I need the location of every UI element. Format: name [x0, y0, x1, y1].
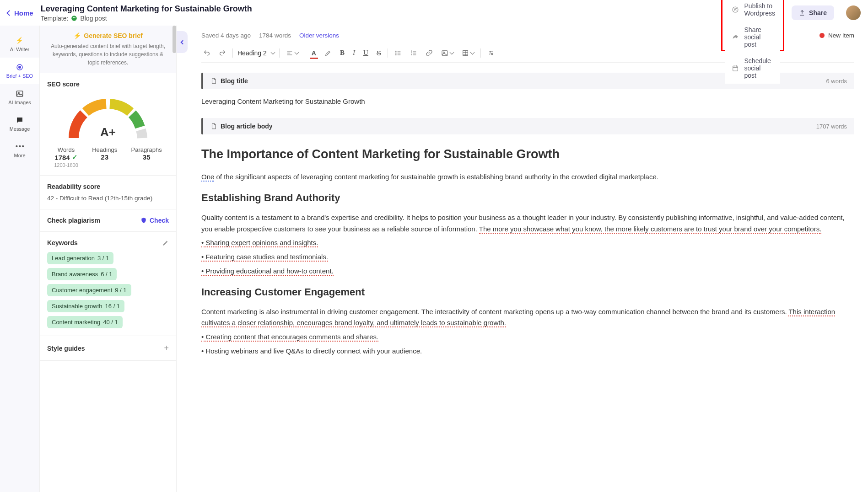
- nav-ai-writer[interactable]: ⚡ AI Writer: [0, 31, 39, 58]
- share-arrow-icon: [732, 33, 739, 41]
- number-list-button[interactable]: 123: [408, 48, 419, 59]
- seo-brief-title: Generate SEO brief: [84, 32, 142, 39]
- word-count: 1784 words: [259, 32, 291, 39]
- red-dot-icon: [819, 33, 825, 38]
- stat-words-label: Words: [54, 146, 78, 153]
- link-button[interactable]: [424, 48, 435, 59]
- nav-message[interactable]: Message: [0, 111, 39, 137]
- keyword-chip[interactable]: Lead generation3 / 1: [47, 252, 113, 264]
- seo-brief-desc: Auto-generated content brief with target…: [47, 42, 169, 67]
- seo-panel: ⚡Generate SEO brief Auto-generated conte…: [39, 26, 177, 492]
- nav-more[interactable]: ••• More: [0, 137, 39, 164]
- article-heading-1: The Importance of Content Marketing for …: [201, 147, 854, 161]
- avatar[interactable]: [846, 5, 861, 20]
- check-icon: ✓: [72, 153, 78, 161]
- keyword-chip[interactable]: Customer engagement9 / 1: [47, 284, 131, 296]
- dropdown-schedule-label: Schedule social post: [744, 57, 774, 79]
- shield-icon: [140, 217, 147, 224]
- publish-highlight-box: Publish Publish to Wordpress Share socia…: [721, 0, 785, 51]
- dropdown-schedule-social[interactable]: Schedule social post: [725, 53, 781, 84]
- new-item-indicator[interactable]: New Item: [819, 32, 854, 39]
- plus-icon[interactable]: +: [164, 343, 169, 353]
- blog-title-label: Blog title: [221, 77, 248, 85]
- keyword-chips: Lead generation3 / 1 Brand awareness6 / …: [47, 252, 169, 328]
- stat-words-val: 1784: [54, 154, 70, 161]
- underline-button[interactable]: U: [361, 47, 370, 59]
- blog-body-label: Blog article body: [221, 123, 273, 130]
- article-heading-2: Increasing Customer Engagement: [201, 286, 854, 298]
- redo-button[interactable]: [217, 48, 228, 59]
- wordpress-icon: [732, 6, 739, 13]
- seo-score-label: SEO score: [47, 80, 169, 88]
- keywords-label: Keywords: [47, 239, 78, 246]
- svg-point-0: [72, 16, 77, 21]
- more-icon: •••: [16, 143, 24, 151]
- home-link[interactable]: Home: [7, 9, 33, 17]
- keyword-chip[interactable]: Brand awareness6 / 1: [47, 268, 117, 280]
- blog-body-editor[interactable]: The Importance of Content Marketing for …: [201, 134, 854, 363]
- image-icon: [16, 90, 24, 98]
- undo-button[interactable]: [201, 48, 212, 59]
- stat-para-label: Paragraphs: [131, 146, 162, 153]
- nav-label-message: Message: [10, 126, 30, 132]
- edit-icon[interactable]: [162, 240, 169, 246]
- readability-label: Readability score: [47, 183, 169, 190]
- lightning-icon: ⚡: [73, 32, 81, 39]
- nav-label-ai-images: AI Images: [8, 100, 31, 105]
- new-item-label: New Item: [828, 32, 854, 39]
- heading-select-label: Heading 2: [237, 49, 267, 57]
- align-button[interactable]: [284, 48, 300, 59]
- svg-rect-2: [733, 66, 738, 71]
- bullet-list-button[interactable]: [393, 48, 404, 59]
- scrollbar[interactable]: [173, 26, 176, 53]
- nav-label-brief-seo: Brief + SEO: [6, 73, 33, 79]
- blog-title-count: 6 words: [826, 78, 847, 85]
- template-icon: [71, 15, 77, 21]
- readability-value: 42 - Difficult to Read (12th-15th grade): [47, 195, 169, 202]
- blog-body-count: 1707 words: [816, 123, 847, 130]
- dropdown-share-social[interactable]: Share social post: [725, 21, 781, 53]
- plagiarism-label: Check plagiarism: [47, 217, 100, 224]
- nav-brief-seo[interactable]: Brief + SEO: [0, 58, 39, 84]
- svg-text:3: 3: [411, 53, 412, 56]
- highlight-button[interactable]: [323, 48, 334, 59]
- svg-point-9: [395, 54, 396, 55]
- check-plagiarism-link[interactable]: Check: [140, 217, 169, 224]
- svg-rect-5: [16, 91, 23, 96]
- bold-button[interactable]: B: [338, 47, 346, 59]
- table-button[interactable]: [460, 48, 476, 59]
- nav-label-more: More: [14, 153, 25, 158]
- nav-ai-images[interactable]: AI Images: [0, 84, 39, 111]
- heading-select[interactable]: Heading 2: [237, 49, 275, 57]
- blog-title-input[interactable]: Leveraging Content Marketing for Sustain…: [201, 89, 854, 108]
- left-nav: ⚡ AI Writer Brief + SEO AI Images Messag…: [0, 26, 39, 492]
- target-icon: [16, 63, 24, 71]
- strikethrough-button[interactable]: S: [375, 47, 383, 59]
- dropdown-publish-wordpress[interactable]: Publish to Wordpress: [725, 0, 781, 21]
- home-label: Home: [14, 9, 33, 17]
- text-color-button[interactable]: A: [310, 48, 318, 59]
- keyword-chip[interactable]: Content marketing40 / 1: [47, 316, 123, 328]
- keyword-chip[interactable]: Sustainable growth16 / 1: [47, 300, 124, 312]
- saved-status: Saved 4 days ago: [201, 32, 251, 39]
- collapse-panel-button[interactable]: [177, 31, 188, 53]
- message-icon: [16, 116, 24, 124]
- stat-headings-label: Headings: [92, 146, 117, 153]
- document-icon: [210, 78, 217, 84]
- check-link-label: Check: [150, 217, 169, 224]
- italic-button[interactable]: I: [351, 47, 357, 59]
- editor: Saved 4 days ago 1784 words Older versio…: [188, 26, 868, 492]
- older-versions-link[interactable]: Older versions: [299, 32, 339, 39]
- clear-format-button[interactable]: [485, 48, 496, 59]
- image-button[interactable]: [439, 48, 455, 59]
- article-heading-2: Establishing Brand Authority: [201, 192, 854, 204]
- seo-grade: A+: [100, 125, 116, 139]
- nav-label-ai-writer: AI Writer: [10, 47, 30, 52]
- lightning-icon: ⚡: [16, 37, 24, 45]
- upload-icon: [799, 10, 805, 16]
- seo-brief-header[interactable]: ⚡Generate SEO brief Auto-generated conte…: [40, 26, 176, 73]
- blog-body-block-header: Blog article body 1707 words: [201, 118, 854, 134]
- style-guides-label: Style guides: [47, 345, 85, 352]
- chevron-down-icon: [270, 50, 275, 54]
- share-button[interactable]: Share: [792, 5, 834, 20]
